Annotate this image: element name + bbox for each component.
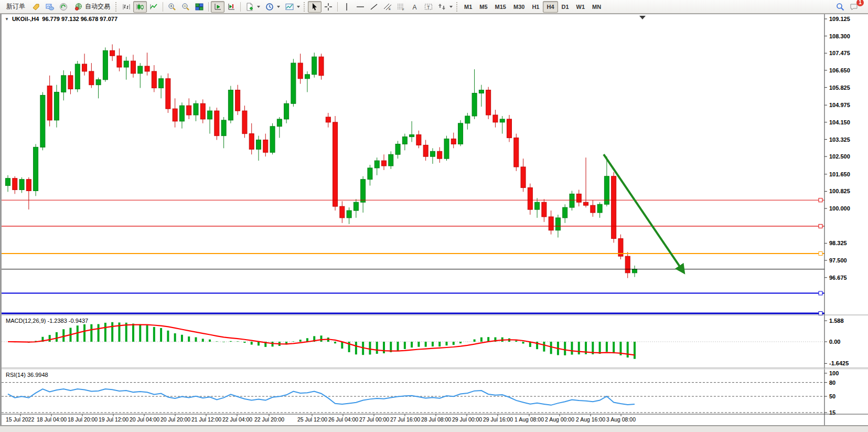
- candle-body: [479, 90, 484, 93]
- horizontal-line-button[interactable]: [353, 1, 367, 13]
- search-icon: [836, 3, 844, 11]
- community-button[interactable]: [57, 1, 70, 13]
- time-tick-label: 15 Jul 2022: [6, 416, 34, 423]
- hline-anchor[interactable]: [819, 312, 822, 315]
- candle-body: [68, 76, 73, 89]
- candle-body: [521, 167, 526, 188]
- bar-chart-button[interactable]: [120, 1, 133, 13]
- candle-body: [633, 269, 637, 273]
- macd-tick-label: -1.6425: [829, 360, 849, 366]
- time-tick-label: 18 Jul 20:00: [68, 416, 98, 423]
- timeframe-w1-button[interactable]: W1: [573, 1, 589, 13]
- vertical-line-button[interactable]: [340, 1, 353, 13]
- price-tag-icon: [32, 3, 40, 11]
- svg-text:T: T: [427, 4, 430, 9]
- status-bar: [0, 426, 868, 432]
- candle-body: [215, 111, 219, 135]
- hline-anchor[interactable]: [819, 198, 822, 202]
- virtual-hosting-button[interactable]: [43, 1, 57, 13]
- timeframe-mn-button[interactable]: MN: [588, 1, 605, 13]
- hline-anchor[interactable]: [819, 224, 822, 228]
- candle-body: [395, 144, 400, 154]
- tile-windows-button[interactable]: [192, 1, 206, 13]
- rsi-tick-label: 15: [829, 409, 835, 416]
- timeframe-h4-button[interactable]: H4: [543, 1, 558, 13]
- timeframe-m1-button[interactable]: M1: [460, 1, 476, 13]
- period-menu-button[interactable]: [263, 1, 283, 13]
- chat-button[interactable]: 1: [847, 1, 861, 13]
- timeframe-label: MN: [592, 4, 601, 10]
- cloud-chart-icon: [46, 3, 54, 11]
- timeframe-label: D1: [562, 4, 569, 10]
- timeframe-label: H1: [532, 4, 539, 10]
- timeframe-m15-button[interactable]: M15: [491, 1, 510, 13]
- chart-shift-icon: [227, 3, 235, 11]
- price-tick-label: 102.500: [829, 153, 850, 160]
- new-chart-button[interactable]: [243, 1, 263, 13]
- chart-profile-button[interactable]: [283, 1, 303, 13]
- timeframe-label: M15: [495, 4, 506, 10]
- candle-body: [145, 66, 149, 71]
- line-chart-button[interactable]: [147, 1, 160, 13]
- search-button[interactable]: [833, 1, 847, 13]
- label-tool-button[interactable]: T: [422, 1, 435, 13]
- clock-icon: [265, 3, 274, 11]
- time-tick-label: 2 Aug 00:00: [545, 416, 574, 423]
- candle-body: [444, 139, 449, 159]
- text-tool-button[interactable]: A: [408, 1, 422, 13]
- hline-anchor[interactable]: [819, 291, 822, 295]
- candlestick-chart-button[interactable]: [133, 1, 147, 13]
- time-tick-label: 29 Jul 00:00: [452, 416, 482, 423]
- autotrading-button[interactable]: 自动交易: [70, 1, 114, 13]
- timeframe-h1-button[interactable]: H1: [528, 1, 543, 13]
- candle-body: [555, 218, 560, 230]
- hline-anchor[interactable]: [819, 251, 822, 255]
- depth-of-market-button[interactable]: [29, 1, 43, 13]
- fibonacci-button[interactable]: F: [394, 1, 408, 13]
- candle-body: [570, 194, 574, 207]
- time-tick-label: 19 Jul 12:00: [99, 416, 128, 423]
- toolbar-separator: [208, 2, 209, 12]
- trendline-button[interactable]: [367, 1, 381, 13]
- timeframe-m30-button[interactable]: M30: [510, 1, 528, 13]
- candle-body: [493, 115, 498, 122]
- candle-body: [340, 206, 345, 218]
- candlestick-chart-icon: [136, 3, 144, 11]
- equidistant-channel-button[interactable]: E: [381, 1, 394, 13]
- chart-shift-button[interactable]: [224, 1, 238, 13]
- time-tick-label: 3 Aug 08:00: [606, 416, 636, 423]
- auto-scroll-button[interactable]: [211, 1, 224, 13]
- chart-profile-icon: [285, 3, 294, 11]
- svg-text:E: E: [389, 7, 391, 10]
- arrows-icon: [438, 3, 446, 11]
- timeframe-m5-button[interactable]: M5: [476, 1, 491, 13]
- time-tick-label: 20 Jul 04:00: [130, 416, 159, 423]
- candle-body: [625, 256, 630, 273]
- zoom-in-button[interactable]: [165, 1, 179, 13]
- candle-body: [103, 50, 108, 79]
- candle-body: [507, 119, 512, 138]
- zoom-out-button[interactable]: [179, 1, 192, 13]
- price-tick-label: 107.475: [829, 50, 850, 56]
- candle-body: [542, 202, 546, 217]
- candle-body: [298, 63, 303, 79]
- timeframe-label: M5: [479, 4, 487, 10]
- candle-body: [13, 178, 17, 190]
- candle-body: [124, 61, 128, 67]
- time-tick-label: 26 Jul 04:00: [328, 416, 358, 423]
- arrows-tool-button[interactable]: [435, 1, 455, 13]
- text-icon: A: [411, 3, 419, 11]
- collapse-chart-icon[interactable]: ▼: [5, 17, 9, 22]
- candle-body: [284, 103, 289, 119]
- candle-body: [179, 106, 184, 121]
- candle-body: [584, 202, 588, 205]
- timeframe-d1-button[interactable]: D1: [558, 1, 573, 13]
- candle-body: [75, 64, 80, 89]
- new-order-button[interactable]: 新订单: [2, 1, 29, 13]
- price-tick-label: 105.825: [829, 85, 850, 91]
- cursor-button[interactable]: [308, 1, 322, 13]
- bar-chart-icon: [122, 3, 131, 11]
- candle-body: [235, 90, 240, 111]
- crosshair-button[interactable]: [322, 1, 335, 13]
- candle-body: [249, 134, 254, 150]
